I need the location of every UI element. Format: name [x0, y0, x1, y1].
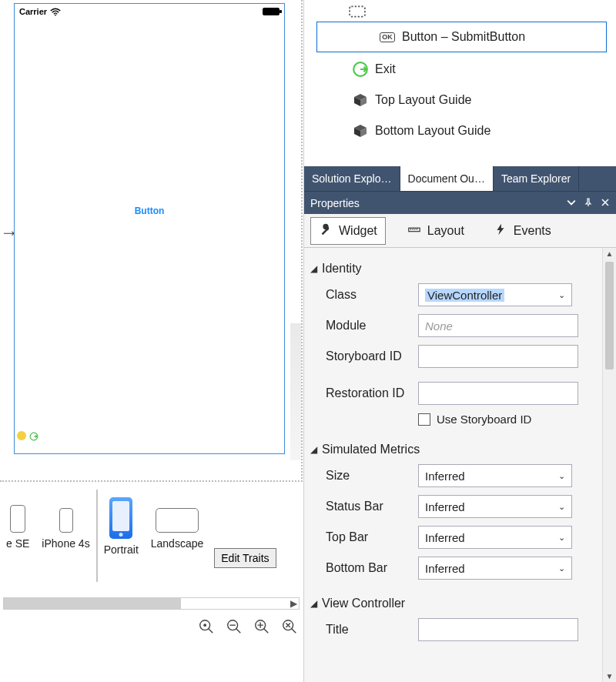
- tree-row-button[interactable]: OK Button – SubmitButton: [316, 22, 607, 52]
- row-status-bar: Status Bar Inferred ⌄: [326, 495, 598, 518]
- properties-title: Properties: [310, 197, 360, 209]
- orientation-portrait[interactable]: Portrait: [96, 490, 145, 582]
- pin-icon[interactable]: [584, 197, 593, 209]
- row-class: Class ViewController ⌄: [326, 283, 598, 306]
- device-iphone-4s[interactable]: iPhone 4s: [35, 490, 95, 582]
- tab-team-explorer[interactable]: Team Explorer: [494, 166, 579, 191]
- device-label: iPhone 4s: [42, 537, 89, 550]
- cube-icon: [352, 122, 369, 139]
- right-panel: OK Button – SubmitButton Exit Top Layout…: [303, 0, 616, 682]
- device-iphone-se[interactable]: e SE: [0, 490, 35, 582]
- wifi-icon: [50, 8, 61, 16]
- row-bottom-bar: Bottom Bar Inferred ⌄: [326, 557, 598, 580]
- row-size: Size Inferred ⌄: [326, 464, 598, 487]
- battery-icon: [263, 8, 280, 15]
- chevron-down-icon: ⌄: [558, 471, 565, 481]
- storyboard-designer: → Carrier Button: [0, 0, 303, 682]
- section-label: Simulated Metrics: [322, 443, 420, 456]
- section-view-controller[interactable]: ◢ View Controller: [310, 597, 598, 610]
- prop-label: Title: [326, 623, 412, 637]
- orientation-landscape[interactable]: Landscape: [145, 490, 210, 582]
- scroll-right-icon[interactable]: ▶: [290, 598, 297, 609]
- scene-icons: [17, 431, 38, 440]
- properties-scrollbar[interactable]: ▲ ▼: [602, 248, 616, 682]
- tree-row-top-layout[interactable]: Top Layout Guide: [309, 85, 611, 115]
- prop-label: Status Bar: [326, 500, 412, 513]
- viewcontroller-icon[interactable]: [17, 431, 26, 440]
- class-combobox[interactable]: ViewController ⌄: [418, 283, 572, 306]
- dropdown-icon[interactable]: [567, 197, 576, 209]
- restoration-id-input[interactable]: [418, 382, 578, 405]
- designer-canvas[interactable]: → Carrier Button: [0, 0, 303, 482]
- tree-row-bottom-layout[interactable]: Bottom Layout Guide: [309, 115, 611, 146]
- properties-body: ◢ Identity Class ViewController ⌄ Module…: [304, 248, 616, 682]
- checkbox-label: Use Storyboard ID: [437, 413, 531, 426]
- prop-label: Size: [326, 469, 412, 483]
- device-frame[interactable]: Carrier Button: [14, 3, 285, 454]
- size-select[interactable]: Inferred ⌄: [418, 464, 572, 487]
- zoom-in-icon[interactable]: [253, 618, 270, 635]
- select-value: Inferred: [425, 470, 465, 483]
- zoom-actual-icon[interactable]: [281, 618, 298, 635]
- tab-layout[interactable]: Layout: [400, 218, 472, 244]
- prop-label: Module: [326, 319, 412, 333]
- tab-widget[interactable]: Widget: [310, 217, 386, 245]
- topbar-select[interactable]: Inferred ⌄: [418, 526, 572, 549]
- tab-solution-explorer[interactable]: Solution Explo…: [304, 166, 400, 191]
- row-use-storyboard[interactable]: Use Storyboard ID: [418, 413, 598, 426]
- edit-traits-button[interactable]: Edit Traits: [214, 548, 276, 568]
- panel-tabs: Solution Explo… Document Ou… Team Explor…: [304, 166, 616, 191]
- section-simulated-metrics[interactable]: ◢ Simulated Metrics: [310, 443, 598, 456]
- chevron-down-icon: ⌄: [558, 502, 565, 512]
- prop-label: Restoration ID: [326, 386, 412, 400]
- exit-icon-small[interactable]: [29, 431, 38, 440]
- scroll-down-icon[interactable]: ▼: [603, 672, 616, 680]
- tab-document-outline[interactable]: Document Ou…: [400, 166, 494, 191]
- zoom-fit-icon[interactable]: [198, 618, 215, 635]
- device-label: e SE: [6, 537, 29, 550]
- zoom-out-icon[interactable]: [226, 618, 243, 635]
- row-storyboard-id: Storyboard ID: [326, 345, 598, 368]
- scrollbar-thumb[interactable]: [4, 598, 181, 609]
- exit-icon: [352, 61, 369, 78]
- module-input[interactable]: [418, 314, 578, 337]
- tab-events[interactable]: Events: [486, 218, 559, 244]
- carrier-label: Carrier: [19, 7, 47, 16]
- tree-item-label: Exit: [375, 62, 396, 76]
- ok-button-icon: OK: [379, 28, 396, 45]
- checkbox-icon[interactable]: [418, 413, 430, 426]
- prop-label: Bottom Bar: [326, 561, 412, 575]
- zoom-controls: [0, 610, 303, 644]
- device-label: Landscape: [151, 537, 204, 550]
- bolt-icon: [494, 222, 507, 239]
- tree-row-placeholder: [309, 3, 611, 20]
- row-title: Title: [326, 618, 598, 641]
- chevron-down-icon: ⌄: [558, 563, 565, 573]
- scrollbar-thumb[interactable]: [292, 323, 300, 340]
- scrollbar-thumb[interactable]: [605, 262, 614, 369]
- prop-label: Top Bar: [326, 530, 412, 544]
- storyboard-id-input[interactable]: [418, 345, 578, 368]
- document-outline: OK Button – SubmitButton Exit Top Layout…: [304, 0, 616, 166]
- horizontal-scrollbar[interactable]: ▶: [3, 597, 300, 610]
- bottombar-select[interactable]: Inferred ⌄: [418, 557, 572, 580]
- statusbar-select[interactable]: Inferred ⌄: [418, 495, 572, 518]
- scroll-up-icon[interactable]: ▲: [603, 249, 616, 258]
- tree-row-exit[interactable]: Exit: [309, 54, 611, 85]
- select-value: Inferred: [425, 531, 465, 544]
- device-label: Portrait: [104, 543, 139, 556]
- close-icon[interactable]: [601, 197, 610, 209]
- placeholder-icon: [349, 3, 366, 20]
- canvas-button[interactable]: Button: [135, 206, 165, 216]
- property-tabs: Widget Layout Events: [304, 214, 616, 248]
- canvas-vertical-scrollbar[interactable]: [290, 323, 301, 460]
- title-input[interactable]: [418, 618, 578, 641]
- section-label: View Controller: [322, 597, 405, 610]
- class-value: ViewController: [425, 289, 504, 302]
- svg-point-0: [55, 14, 56, 15]
- ruler-icon: [407, 222, 421, 239]
- cube-icon: [352, 92, 369, 109]
- properties-scroll: ◢ Identity Class ViewController ⌄ Module…: [304, 248, 602, 682]
- section-identity[interactable]: ◢ Identity: [310, 262, 598, 276]
- chevron-down-icon: ⌄: [558, 290, 565, 300]
